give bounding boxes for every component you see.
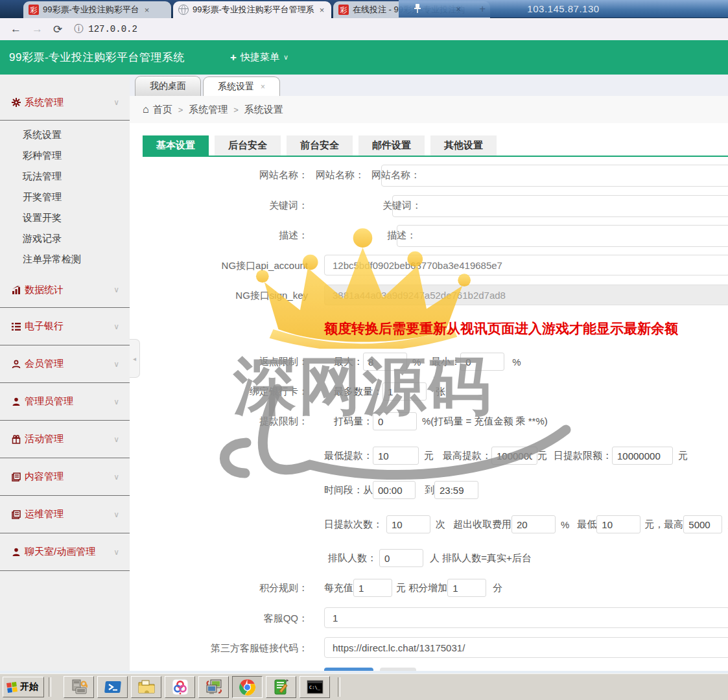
timerange-label: 时间段：从 [324, 484, 373, 496]
fee-min-label: 最低 [577, 519, 596, 531]
address-bar[interactable]: 127.0.0.2 [88, 24, 137, 34]
browser-tab-2[interactable]: 99彩票-专业投注购彩平台管理系 × [173, 1, 331, 18]
tab-other-settings[interactable]: 其他设置 [430, 135, 497, 156]
sidebar-item-play-mgmt[interactable]: 玩法管理 [0, 166, 130, 187]
taskbar-registry-button[interactable] [64, 676, 94, 698]
form-row-points: 积分规则： 每充值 元 积分增加 分 [130, 577, 728, 599]
quick-menu-label: 快捷菜单 [241, 51, 279, 64]
bar-chart-icon [12, 285, 21, 294]
max-withdraw-input[interactable] [491, 447, 537, 465]
breadcrumb-level1[interactable]: 系统管理 [189, 104, 228, 116]
tab-mail-settings[interactable]: 邮件设置 [358, 135, 425, 156]
tab-frontend-security[interactable]: 前台安全 [287, 135, 353, 156]
yuan-label: 元 [537, 450, 547, 462]
close-icon[interactable]: × [320, 5, 325, 15]
fee-input[interactable] [511, 515, 556, 533]
taskbar-folder-button[interactable] [131, 676, 161, 698]
start-button[interactable]: 开始 [3, 677, 44, 697]
rebate-max-input[interactable] [363, 353, 407, 371]
times-unit: 次 [436, 519, 445, 531]
chat-link-input[interactable] [324, 637, 728, 658]
min-withdraw-label: 最低提款： [324, 450, 373, 462]
browser-tab-1[interactable]: 彩 99彩票-专业投注购彩平台 × [23, 1, 171, 18]
sidebar-item-data-stats[interactable]: 数据统计 ∨ [0, 279, 130, 300]
time-to-input[interactable] [434, 481, 478, 499]
fee-min-input[interactable] [596, 515, 640, 533]
back-icon[interactable]: ← [10, 23, 21, 36]
sidebar-item-lottery-mgmt[interactable]: 彩种管理 [0, 145, 130, 166]
new-tab-icon[interactable]: + [479, 3, 486, 16]
times-count-input[interactable] [386, 515, 430, 533]
taskbar-cmd-button[interactable]: C:\_ [299, 676, 330, 698]
sidebar-item-members[interactable]: 会员管理 ∨ [0, 345, 130, 382]
sidebar-item-chatroom[interactable]: 聊天室/动画管理 ∨ [0, 533, 130, 570]
lottery-favicon: 彩 [29, 5, 39, 15]
sidebar-item-ops[interactable]: 运维管理 ∨ [0, 495, 130, 533]
sidebar-item-draw-mgmt[interactable]: 开奖管理 [0, 187, 130, 207]
forward-icon[interactable]: → [32, 23, 43, 36]
yuan-label: 元 [678, 450, 688, 462]
field-label: 关键词： [130, 200, 308, 212]
breadcrumb-home[interactable]: 首页 [153, 104, 172, 116]
daily-limit-input[interactable] [612, 447, 673, 465]
taskbar-rings-app-button[interactable] [165, 676, 195, 698]
description-input[interactable] [397, 225, 728, 247]
form-row-site-name: 网站名称： 网站名称： 网站名称： [130, 164, 728, 186]
sidebar-item-system-settings[interactable]: 系统设置 [0, 124, 130, 145]
percent-sign: % [512, 356, 521, 368]
rebate-min-input[interactable] [460, 353, 504, 371]
sidebar-item-ebank[interactable]: 电子银行 ∨ [0, 307, 130, 345]
form-row-times: 日提款次数： 次 超出收取费用 % 最低 元，最高 元 [130, 513, 728, 535]
taskbar-log-editor-button[interactable] [266, 676, 296, 698]
sidebar-item-activities[interactable]: 活动管理 ∨ [0, 420, 130, 458]
field-label: 网站名称： [130, 169, 308, 181]
sidebar-item-admins[interactable]: 管理员管理 ∨ [0, 382, 130, 420]
queue-input[interactable] [379, 549, 423, 567]
sidebar-item-bet-anomaly[interactable]: 注单异常检测 [0, 249, 130, 270]
ng-sign-key-input[interactable] [324, 285, 728, 305]
home-icon: ⌂ [143, 104, 149, 115]
max-label: 最大： [334, 356, 363, 368]
close-icon[interactable]: × [456, 4, 461, 14]
close-icon[interactable]: × [145, 5, 150, 15]
time-from-input[interactable] [373, 481, 416, 499]
taskbar-chrome-button[interactable] [232, 676, 263, 698]
ng-api-account-input[interactable] [324, 255, 728, 275]
sidebar-item-game-records[interactable]: 游戏记录 [0, 228, 130, 249]
page-info-icon[interactable]: ⓘ [74, 23, 83, 35]
fee-max-input[interactable] [683, 515, 722, 533]
close-icon[interactable]: × [261, 82, 265, 91]
points-add-input[interactable] [447, 579, 486, 597]
sidebar-item-system-mgmt[interactable]: 系统管理 ∨ [0, 93, 130, 112]
sidebar-collapse-handle[interactable]: ◂ [130, 339, 140, 378]
points-mid-label: 元 积分增加 [396, 582, 447, 594]
fee-mid-label: 元，最高 [644, 519, 683, 531]
settings-tabs: 基本设置 后台安全 前台安全 邮件设置 其他设置 [143, 135, 502, 156]
tab-system-settings[interactable]: 系统设置 × [203, 76, 280, 97]
sidebar-item-content[interactable]: 内容管理 ∨ [0, 458, 130, 495]
points-per-input[interactable] [353, 579, 392, 597]
keywords-input[interactable] [392, 195, 728, 217]
quick-menu-button[interactable]: + 快捷菜单 ∨ [230, 51, 288, 64]
site-name-input[interactable] [381, 165, 728, 187]
rings-app-icon [172, 679, 189, 695]
percent-sign: % [412, 356, 421, 368]
taskbar: 开始 [0, 673, 728, 700]
taskbar-remote-desktop-button[interactable] [198, 676, 229, 698]
pin-icon[interactable] [413, 4, 422, 14]
qty-label: 最多数量： [334, 386, 382, 398]
tab-my-desktop[interactable]: 我的桌面 [135, 76, 201, 96]
sidebar-item-set-draw[interactable]: 设置开奖 [0, 207, 130, 228]
bank-card-qty-input[interactable] [382, 382, 427, 401]
tab-underline [143, 156, 728, 157]
chevron-down-icon: ∨ [113, 322, 119, 331]
qq-input[interactable] [324, 607, 728, 628]
reload-icon[interactable]: ⟳ [53, 23, 62, 36]
tab-basic-settings[interactable]: 基本设置 [143, 135, 209, 156]
dama-input[interactable] [373, 412, 417, 430]
min-withdraw-input[interactable] [373, 447, 419, 465]
taskbar-powershell-button[interactable] [97, 676, 128, 698]
tab-backend-security[interactable]: 后台安全 [215, 135, 281, 156]
breadcrumb-level2[interactable]: 系统设置 [244, 104, 283, 116]
form-row-timerange: 时间段：从 到 [130, 479, 728, 501]
